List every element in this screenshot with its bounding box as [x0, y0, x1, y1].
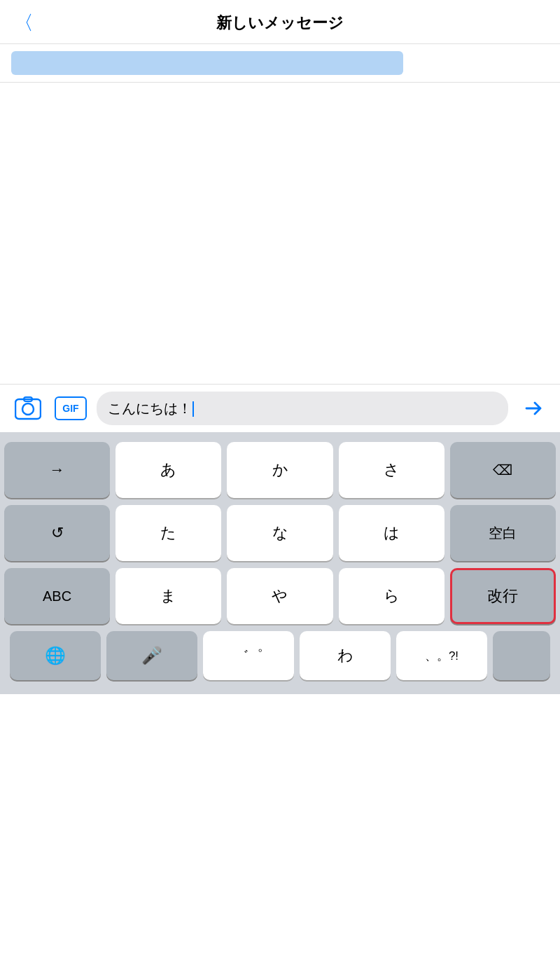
key-ra[interactable]: ら	[339, 568, 444, 624]
input-toolbar: GIF こんにちは！	[0, 384, 560, 432]
send-button[interactable]	[518, 393, 549, 424]
keyboard: → あ か さ ⌫ ↺ た な は 空白 ABC ま や ら 改行 🌐 🎤 ゛゜…	[0, 432, 560, 694]
keyboard-row-4: 🌐 🎤 ゛゜ わ 、。?!	[4, 631, 556, 680]
recipient-chip-1[interactable]	[11, 51, 403, 75]
key-ha[interactable]: は	[339, 505, 444, 561]
key-ya[interactable]: や	[227, 568, 332, 624]
recipient-chips	[11, 51, 549, 75]
page-title: 新しいメッセージ	[216, 13, 344, 34]
gif-button[interactable]: GIF	[55, 396, 87, 420]
key-space[interactable]: 空白	[450, 505, 556, 561]
back-button[interactable]: 〈	[14, 13, 34, 33]
key-globe[interactable]: 🌐	[10, 631, 101, 680]
key-undo[interactable]: ↺	[4, 505, 110, 561]
header: 〈 新しいメッセージ	[0, 0, 560, 44]
key-ta[interactable]: た	[115, 505, 221, 561]
message-input[interactable]: こんにちは！	[97, 392, 508, 425]
keyboard-row-1: → あ か さ ⌫	[4, 442, 556, 498]
key-return[interactable]: 改行	[450, 568, 556, 624]
key-na[interactable]: な	[227, 505, 332, 561]
message-area[interactable]	[0, 83, 560, 384]
key-abc[interactable]: ABC	[4, 568, 110, 624]
key-wa[interactable]: わ	[300, 631, 391, 680]
key-ma[interactable]: ま	[115, 568, 221, 624]
keyboard-row-3: ABC ま や ら 改行	[4, 568, 556, 624]
to-field[interactable]	[0, 44, 560, 83]
key-arrow[interactable]: →	[4, 442, 110, 498]
text-cursor	[192, 401, 194, 417]
key-ka[interactable]: か	[227, 442, 332, 498]
key-delete[interactable]: ⌫	[450, 442, 556, 498]
message-text[interactable]: こんにちは！	[108, 399, 497, 418]
key-punct[interactable]: 、。?!	[396, 631, 487, 680]
key-dakuten[interactable]: ゛゜	[203, 631, 294, 680]
svg-rect-0	[15, 399, 41, 419]
gif-label: GIF	[62, 403, 78, 414]
key-extra[interactable]	[493, 631, 550, 680]
key-mic[interactable]: 🎤	[106, 631, 197, 680]
photo-button[interactable]	[11, 394, 45, 422]
keyboard-row-2: ↺ た な は 空白	[4, 505, 556, 561]
svg-point-1	[22, 403, 34, 415]
key-a[interactable]: あ	[115, 442, 221, 498]
key-sa[interactable]: さ	[339, 442, 444, 498]
